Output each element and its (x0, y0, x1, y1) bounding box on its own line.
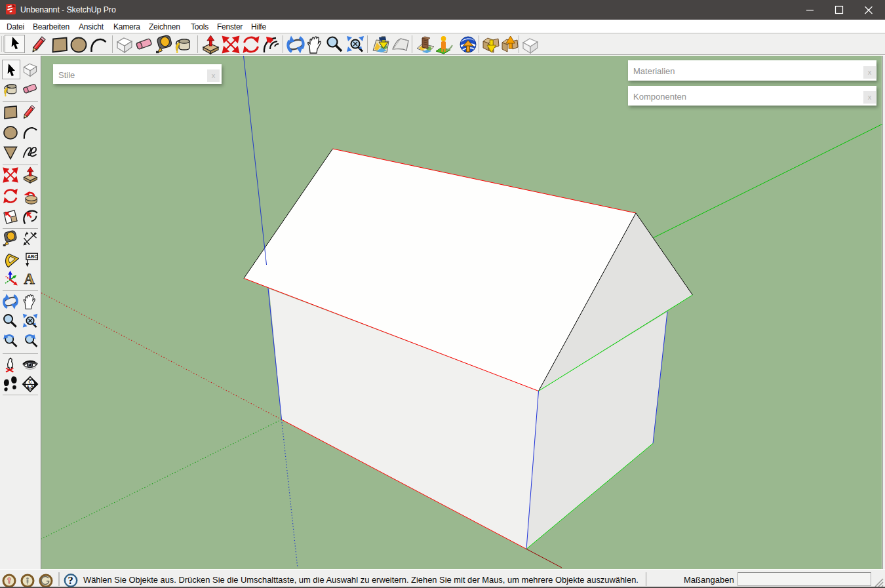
svg-text:C: C (28, 379, 31, 383)
svg-text:ABC: ABC (28, 254, 39, 260)
svg-text:A-5: A-5 (26, 385, 33, 389)
svg-text:?: ? (68, 574, 73, 587)
svg-text:A: A (24, 271, 35, 287)
